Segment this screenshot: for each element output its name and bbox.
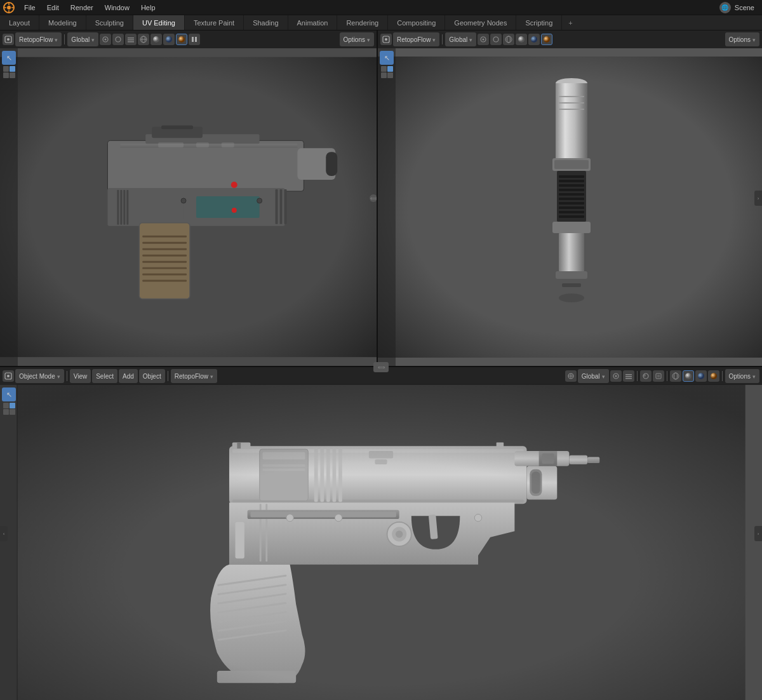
transform-orient-icon[interactable] [565, 370, 577, 382]
svg-point-17 [153, 36, 159, 43]
menu-window[interactable]: Window [100, 3, 135, 13]
svg-point-108 [643, 374, 646, 377]
mode-chevron-b [57, 373, 60, 380]
tab-sculpting[interactable]: Sculpting [86, 15, 133, 30]
scene-icon: 🌐 [719, 2, 731, 13]
transform-btn-r[interactable]: Global [445, 32, 476, 46]
view-btn-b[interactable]: View [70, 369, 91, 383]
options-btn-top-right[interactable]: Options [725, 32, 759, 46]
bottom-left-tools: ↖ [0, 385, 18, 700]
object-mode-btn[interactable]: RetopoFlow [15, 32, 62, 46]
tab-uv-editing[interactable]: UV Editing [133, 15, 185, 30]
svg-point-114 [698, 373, 704, 379]
viewport-bottom[interactable]: Object Mode View Select Add Object Retop… [0, 367, 762, 700]
sep2b [168, 371, 168, 381]
svg-point-68 [531, 36, 537, 43]
options-btn-bottom[interactable]: Options [725, 369, 759, 383]
tab-geometry-nodes[interactable]: Geometry Nodes [445, 15, 516, 30]
proportional-icon-r[interactable] [490, 34, 502, 45]
menu-render[interactable]: Render [65, 3, 98, 13]
settings-icon-b[interactable] [623, 370, 634, 382]
object-mode-btn-b[interactable]: Object Mode [15, 369, 64, 383]
overlay-icon-b[interactable] [640, 370, 652, 382]
scene-info: 🌐 Scene [719, 2, 759, 13]
transform-chevron-r [469, 36, 472, 43]
transform-btn[interactable]: Global [67, 32, 98, 46]
tab-texture-paint[interactable]: Texture Paint [185, 15, 244, 30]
viewport-top-right[interactable]: RetopoFlow Global [378, 30, 762, 366]
split-handle-vertical[interactable]: ⟺ [370, 194, 377, 202]
xray-icon-b[interactable] [653, 370, 664, 382]
wireframe-icon-b[interactable] [670, 370, 681, 382]
tab-modeling[interactable]: Modeling [39, 15, 86, 30]
svg-rect-162 [17, 384, 745, 700]
svg-point-9 [105, 39, 107, 41]
select-tool-r[interactable]: ↖ [380, 51, 394, 65]
sep5b [722, 371, 723, 381]
viewport-top-left[interactable]: RetopoFlow Global [0, 30, 378, 366]
svg-point-19 [178, 36, 185, 43]
tab-add-button[interactable]: + [562, 15, 578, 30]
wireframe-icon[interactable] [138, 34, 149, 45]
material-icon[interactable] [163, 34, 175, 45]
settings-icon[interactable] [125, 34, 137, 45]
svg-point-113 [685, 373, 692, 379]
solid-icon[interactable] [150, 34, 162, 45]
material-icon-b[interactable] [695, 370, 707, 382]
select-tool-b[interactable]: ↖ [2, 387, 16, 401]
svg-rect-12 [128, 39, 134, 41]
viewport-mode-icon-r[interactable] [380, 34, 392, 45]
viewport-mode-icon-b[interactable] [3, 370, 14, 382]
svg-point-18 [166, 36, 172, 43]
options-btn-top-left[interactable]: Options [340, 32, 374, 46]
svg-point-69 [544, 36, 550, 43]
menu-help[interactable]: Help [136, 3, 161, 13]
svg-rect-13 [128, 41, 134, 43]
rendered-icon[interactable] [176, 34, 187, 45]
tab-shading[interactable]: Shading [244, 15, 288, 30]
expand-right-arrow[interactable]: › [754, 191, 762, 206]
wireframe-icon-r[interactable] [503, 34, 514, 45]
menu-edit[interactable]: Edit [42, 3, 64, 13]
rendered-icon-b[interactable] [708, 370, 719, 382]
svg-point-111 [672, 373, 679, 379]
mesh-btn-b[interactable]: RetopoFlow [171, 369, 217, 383]
select-btn-b[interactable]: Select [92, 369, 117, 383]
viewport-mode-icon[interactable] [3, 34, 14, 45]
svg-point-115 [711, 373, 717, 379]
add-btn-b[interactable]: Add [119, 369, 138, 383]
solid-icon-r[interactable] [516, 34, 527, 45]
tab-rendering[interactable]: Rendering [337, 15, 388, 30]
split-handle-horizontal[interactable]: ⟺ [373, 362, 389, 372]
transform-chevron [91, 36, 95, 43]
object-btn-b[interactable]: Object [139, 369, 165, 383]
snap-icon[interactable] [100, 34, 111, 45]
object-mode-btn-r[interactable]: RetopoFlow [393, 32, 439, 46]
tab-compositing[interactable]: Compositing [388, 15, 445, 30]
tab-animation[interactable]: Animation [288, 15, 338, 30]
snap-icon-r[interactable] [478, 34, 489, 45]
svg-rect-11 [128, 37, 134, 39]
expand-left-arrow[interactable]: ‹ [0, 526, 8, 541]
expand-right-arrow-b[interactable]: › [754, 526, 762, 541]
material-icon-r[interactable] [528, 34, 540, 45]
svg-point-112 [674, 373, 677, 379]
icon-set-bottom [3, 403, 15, 415]
viewport-top-right-toolbar: RetopoFlow Global [378, 30, 762, 48]
svg-point-65 [505, 36, 512, 43]
proportional-icon[interactable] [112, 34, 124, 45]
sep1b [67, 371, 67, 381]
menu-file[interactable]: File [19, 3, 41, 13]
snap-icon-b[interactable] [610, 370, 622, 382]
right-viewport-left-tools: ↖ [378, 48, 396, 366]
transform-btn-b[interactable]: Global [578, 369, 609, 383]
solid-icon-b[interactable] [683, 370, 694, 382]
select-tool[interactable]: ↖ [2, 51, 16, 65]
tab-scripting[interactable]: Scripting [516, 15, 562, 30]
pause-icon[interactable] [189, 34, 200, 45]
rendered-icon-r[interactable] [541, 34, 552, 45]
svg-point-1 [7, 6, 11, 10]
gun-render-textured [0, 30, 377, 366]
app-logo [3, 1, 15, 14]
tab-layout[interactable]: Layout [0, 15, 39, 30]
